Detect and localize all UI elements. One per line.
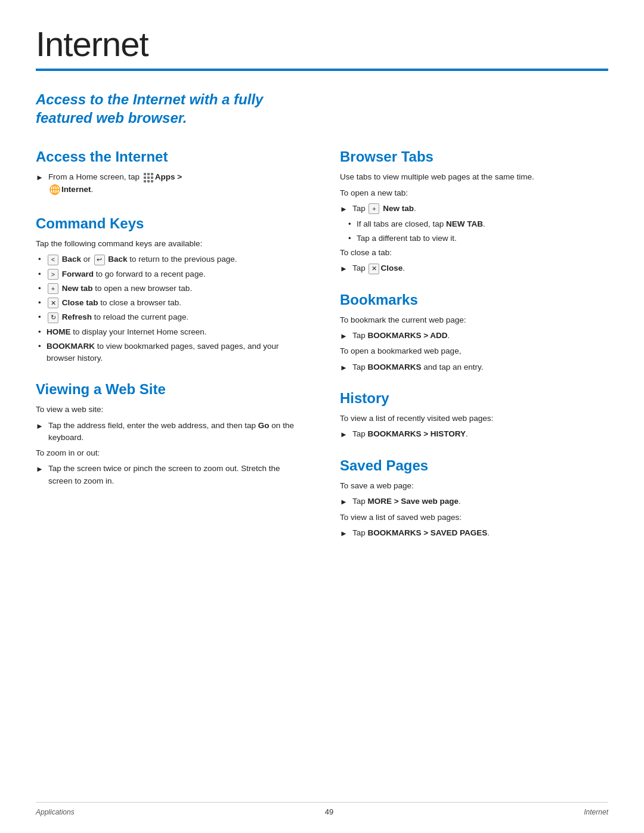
svg-rect-4 [147,176,150,179]
zoom-intro: To zoom in or out: [36,447,304,459]
refresh-icon: ↻ [48,312,58,323]
more-save-label: MORE > Save web page [367,497,459,506]
back-arrow-icon: ↩ [94,255,105,265]
bookmarks-title: Bookmarks [340,292,608,308]
open-bookmark-intro: To open a bookmarked web page, [340,345,608,357]
svg-rect-1 [147,173,150,175]
list-item: > Forward to go forward to a recent page… [36,268,304,280]
list-item: HOME to display your Internet Home scree… [36,326,304,338]
command-keys-title: Command Keys [36,215,304,232]
close-label: Close [380,264,402,272]
list-item: + New tab to open a new browser tab. [36,283,304,295]
section-command-keys: Command Keys Tap the following command k… [36,215,304,364]
history-arrow: ► Tap BOOKMARKS > HISTORY. [340,428,608,441]
history-intro: To view a list of recently visited web p… [340,413,608,425]
arrow-icon: ► [340,263,348,275]
svg-rect-2 [151,173,153,175]
tagline: Access to the Internet with a fully feat… [36,90,286,127]
new-tab-label: New tab [62,284,93,293]
new-tab-label: New tab [383,204,414,213]
open-bookmark-arrow: ► Tap BOOKMARKS and tap an entry. [340,361,608,374]
close-tab-label: Close tab [62,298,98,307]
browser-tabs-sub-list: If all tabs are closed, tap NEW TAB. Tap… [346,218,608,244]
arrow-icon: ► [36,172,44,184]
open-bookmark-content: Tap BOOKMARKS and tap an entry. [352,361,608,373]
open-new-tab-content: Tap + New tab. [352,203,608,215]
arrow-icon: ► [340,429,348,441]
viewing-web-site-title: Viewing a Web Site [36,381,304,398]
right-column: Browser Tabs Use tabs to view multiple w… [340,148,608,556]
bookmark-current-intro: To bookmark the current web page: [340,314,608,326]
view-saved-arrow: ► Tap BOOKMARKS > SAVED PAGES. [340,527,608,540]
internet-label: Internet [61,184,91,196]
back-label2: Back [108,255,127,264]
open-new-tab-intro: To open a new tab: [340,187,608,199]
refresh-label: Refresh [62,312,92,321]
go-label: Go [258,421,270,430]
arrow-icon: ► [36,463,44,475]
bookmark-label: BOOKMARK [47,342,95,351]
svg-rect-6 [144,180,146,182]
arrow-icon: ► [340,528,348,540]
apps-label: Apps > [155,172,182,181]
close-tab-intro: To close a tab: [340,247,608,259]
section-bookmarks: Bookmarks To bookmark the current web pa… [340,292,608,374]
page-title: Internet [36,24,608,64]
access-internet-title: Access the Internet [36,148,304,165]
command-keys-intro: Tap the following command keys are avail… [36,238,304,250]
list-item: ✕ Close tab to close a browser tab. [36,297,304,309]
back-label: Back [62,255,81,264]
bookmarks-saved-pages-label: BOOKMARKS > SAVED PAGES [367,528,487,537]
access-internet-instruction: ► From a Home screen, tap [36,171,304,199]
zoom-content: Tap the screen twice or pinch the screen… [48,463,304,487]
list-item: Tap a different tab to view it. [346,233,608,244]
forward-icon: > [48,269,58,280]
open-new-tab-arrow: ► Tap + New tab. [340,203,608,215]
close-tab-icon: ✕ [48,298,58,308]
close-x-icon: ✕ [369,264,379,274]
arrow-icon: ► [340,203,348,215]
new-tab-plus-icon: + [369,203,379,214]
bookmarks-history-label: BOOKMARKS > HISTORY [367,429,466,438]
history-content: Tap BOOKMARKS > HISTORY. [352,428,608,440]
internet-globe-icon [49,184,60,195]
browser-tabs-title: Browser Tabs [340,148,608,165]
section-browser-tabs: Browser Tabs Use tabs to view multiple w… [340,148,608,274]
new-tab-caps-label: NEW TAB [446,219,483,228]
view-web-intro: To view a web site: [36,404,304,416]
arrow-icon: ► [340,496,348,508]
save-page-content: Tap MORE > Save web page. [352,496,608,507]
view-saved-content: Tap BOOKMARKS > SAVED PAGES. [352,527,608,539]
forward-label: Forward [62,270,94,278]
bookmarks-label: BOOKMARKS [367,363,421,371]
footer-right: Internet [584,808,608,816]
plus-icon: + [48,283,58,294]
bookmarks-add-label: BOOKMARKS > ADD [367,331,447,340]
section-access-internet: Access the Internet ► From a Home screen… [36,148,304,199]
access-internet-content: From a Home screen, tap [48,171,304,199]
arrow-icon: ► [340,362,348,374]
saved-pages-title: Saved Pages [340,457,608,474]
two-column-layout: Access the Internet ► From a Home screen… [36,148,608,556]
view-saved-intro: To view a list of saved web pages: [340,512,608,524]
list-item: BOOKMARK to view bookmarked pages, saved… [36,340,304,365]
blue-rule [36,69,608,71]
footer: Applications 49 Internet [36,802,608,816]
section-history: History To view a list of recently visit… [340,390,608,441]
section-saved-pages: Saved Pages To save a web page: ► Tap MO… [340,457,608,540]
command-keys-list: < Back or ↩ Back to return to the previo… [36,253,304,364]
close-tab-content: Tap ✕Close. [352,262,608,274]
browser-tabs-intro: Use tabs to view multiple web pages at t… [340,171,608,183]
svg-rect-0 [144,173,146,175]
back-angle-icon: < [48,255,58,265]
zoom-arrow: ► Tap the screen twice or pinch the scre… [36,463,304,487]
footer-left: Applications [36,808,75,816]
bookmark-current-arrow: ► Tap BOOKMARKS > ADD. [340,330,608,342]
list-item: ↻ Refresh to reload the current page. [36,311,304,323]
page: Internet Access to the Internet with a f… [0,0,644,833]
section-viewing-web-site: Viewing a Web Site To view a web site: ►… [36,381,304,487]
close-tab-arrow: ► Tap ✕Close. [340,262,608,275]
list-item: If all tabs are closed, tap NEW TAB. [346,218,608,230]
left-column: Access the Internet ► From a Home screen… [36,148,304,556]
internet-icon-label: Internet. [48,184,93,196]
